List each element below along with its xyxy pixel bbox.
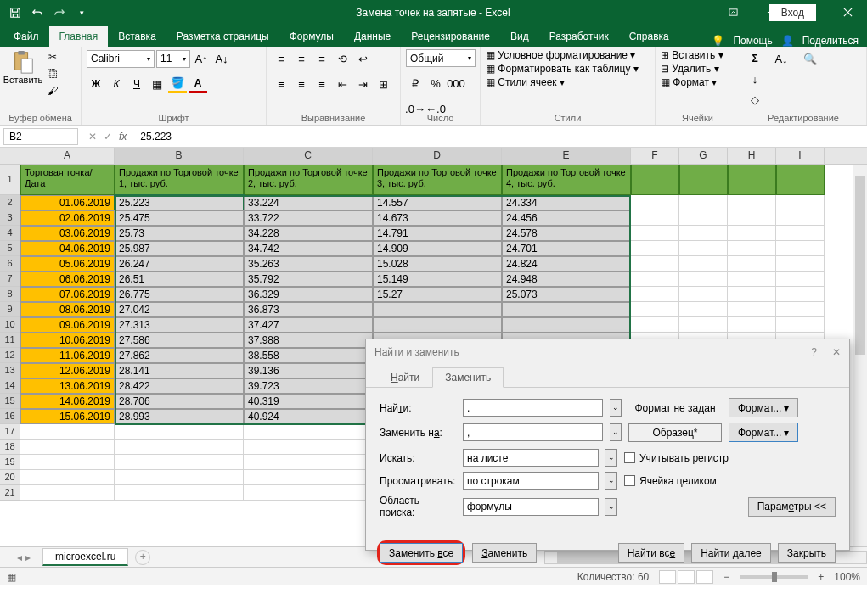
dialog-close-button[interactable]: Закрыть (778, 543, 836, 563)
col-header[interactable]: C (244, 148, 373, 164)
insert-cells-button[interactable]: ⊞ Вставить ▾ (661, 49, 723, 61)
col-header[interactable]: I (776, 148, 825, 164)
col-header[interactable]: F (631, 148, 679, 164)
currency-icon[interactable]: ₽ (406, 74, 425, 92)
cell[interactable]: 28.422 (115, 378, 244, 394)
cell[interactable] (502, 302, 631, 317)
col-header[interactable]: D (373, 148, 502, 164)
cell[interactable]: 24.578 (502, 226, 631, 241)
tab-insert[interactable]: Вставка (108, 26, 166, 47)
fill-color-icon[interactable]: 🪣 (168, 75, 187, 93)
row-header[interactable]: 4 (0, 226, 20, 241)
minimize-icon[interactable] (752, 0, 791, 25)
cell[interactable]: 25.73 (115, 226, 244, 241)
replace-one-button[interactable]: Заменить (472, 543, 537, 563)
cond-format-button[interactable]: ▦ Условное форматирование ▾ (486, 49, 635, 61)
paste-button[interactable]: Вставить (5, 49, 41, 85)
cell[interactable]: 35.792 (244, 272, 373, 287)
row-header[interactable]: 17 (0, 424, 20, 440)
fx-icon[interactable]: fx (119, 131, 127, 143)
tab-layout[interactable]: Разметка страницы (166, 26, 279, 47)
cell[interactable]: 37.988 (244, 333, 373, 348)
row-header[interactable]: 18 (0, 440, 20, 455)
cell[interactable]: 26.775 (115, 287, 244, 302)
cell[interactable]: 38.558 (244, 348, 373, 363)
cell[interactable]: 26.247 (115, 256, 244, 272)
cell[interactable]: 37.427 (244, 317, 373, 333)
delete-cells-button[interactable]: ⊟ Удалить ▾ (661, 63, 719, 75)
cell[interactable] (373, 317, 502, 333)
cell[interactable]: 04.06.2019 (20, 241, 115, 256)
close-icon[interactable] (829, 0, 867, 25)
cell[interactable]: 26.51 (115, 272, 244, 287)
sheet-tab[interactable]: microexcel.ru (42, 548, 128, 566)
find-history-dropdown[interactable]: ⌄ (610, 399, 622, 417)
cell[interactable]: 15.149 (373, 272, 502, 287)
name-box[interactable] (3, 128, 78, 145)
vertical-scrollbar[interactable] (853, 165, 867, 546)
autosum-icon[interactable]: Σ (746, 49, 764, 68)
tab-developer[interactable]: Разработчик (539, 26, 619, 47)
bold-button[interactable]: Ж (87, 75, 105, 93)
font-color-icon[interactable]: A (189, 75, 207, 93)
cell[interactable]: 35.263 (244, 256, 373, 272)
search-direction-combo[interactable] (463, 472, 599, 490)
redo-icon[interactable] (49, 3, 70, 23)
col-header[interactable]: E (502, 148, 631, 164)
format-painter-icon[interactable]: 🖌 (44, 83, 61, 98)
format-cells-button[interactable]: ▦ Формат ▾ (661, 76, 717, 88)
look-in-combo[interactable] (463, 498, 599, 516)
merge-icon[interactable]: ⊞ (374, 75, 392, 93)
maximize-icon[interactable] (791, 0, 829, 25)
indent-inc-icon[interactable]: ⇥ (353, 75, 372, 93)
qat-dropdown-icon[interactable]: ▾ (71, 3, 92, 23)
cell[interactable]: 11.06.2019 (20, 348, 115, 363)
options-toggle-button[interactable]: Параметры << (748, 497, 836, 517)
cell[interactable]: 39.723 (244, 378, 373, 394)
cell[interactable]: 25.073 (502, 287, 631, 302)
tab-view[interactable]: Вид (500, 26, 539, 47)
cell[interactable] (373, 302, 502, 317)
tab-home[interactable]: Главная (49, 26, 109, 47)
cell[interactable]: 05.06.2019 (20, 256, 115, 272)
cell[interactable]: 10.06.2019 (20, 333, 115, 348)
cell[interactable]: Продажи по Торговой точке 1, тыс. руб. (115, 165, 244, 195)
tab-formulas[interactable]: Формулы (279, 26, 344, 47)
cell[interactable]: 33.224 (244, 195, 373, 210)
cell[interactable]: 25.223 (115, 195, 244, 210)
tab-help[interactable]: Справка (619, 26, 679, 47)
align-center-icon[interactable]: ≡ (292, 75, 311, 93)
cell[interactable]: 27.042 (115, 302, 244, 317)
tab-file[interactable]: Файл (3, 26, 49, 47)
indent-dec-icon[interactable]: ⇤ (333, 75, 352, 93)
col-header[interactable]: B (115, 148, 244, 164)
cell[interactable]: 15.028 (373, 256, 502, 272)
align-bot-icon[interactable]: ≡ (312, 49, 331, 68)
cell[interactable]: 28.993 (115, 409, 244, 424)
comma-icon[interactable]: 000 (447, 74, 465, 92)
tell-me[interactable]: Помощь (733, 35, 772, 47)
cell[interactable]: 06.06.2019 (20, 272, 115, 287)
find-next-button[interactable]: Найти далее (691, 543, 771, 563)
cell[interactable]: 09.06.2019 (20, 317, 115, 333)
cell[interactable]: 15.27 (373, 287, 502, 302)
cell[interactable]: 13.06.2019 (20, 378, 115, 394)
row-header[interactable]: 11 (0, 333, 20, 348)
sheet-prev-icon[interactable]: ◂ (17, 552, 22, 563)
dialog-tab-find[interactable]: Найти (378, 367, 432, 388)
zoom-slider[interactable] (740, 575, 808, 579)
sheet-next-icon[interactable]: ▸ (25, 552, 31, 563)
row-header[interactable]: 20 (0, 470, 20, 485)
sort-filter-icon[interactable]: A↓ (769, 49, 793, 68)
col-header[interactable]: A (20, 148, 115, 164)
whole-cell-checkbox[interactable]: Ячейка целиком (624, 475, 717, 487)
row-header[interactable]: 6 (0, 256, 20, 272)
row-header[interactable]: 21 (0, 485, 20, 501)
cell[interactable]: Продажи по Торговой точке 3, тыс. руб. (373, 165, 502, 195)
underline-button[interactable]: Ч (127, 75, 146, 93)
tab-review[interactable]: Рецензирование (401, 26, 500, 47)
cell[interactable]: 25.475 (115, 210, 244, 226)
dialog-close-icon[interactable]: ✕ (832, 346, 841, 358)
cell[interactable]: 27.586 (115, 333, 244, 348)
row-header[interactable]: 12 (0, 348, 20, 363)
